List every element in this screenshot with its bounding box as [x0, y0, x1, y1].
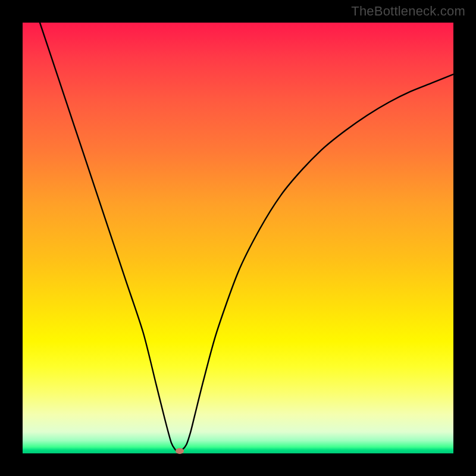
optimum-marker [176, 448, 184, 454]
watermark-text: TheBottleneck.com [351, 4, 465, 19]
chart-plot-area [23, 23, 453, 453]
curve-svg [23, 23, 453, 453]
bottleneck-curve [40, 23, 453, 451]
